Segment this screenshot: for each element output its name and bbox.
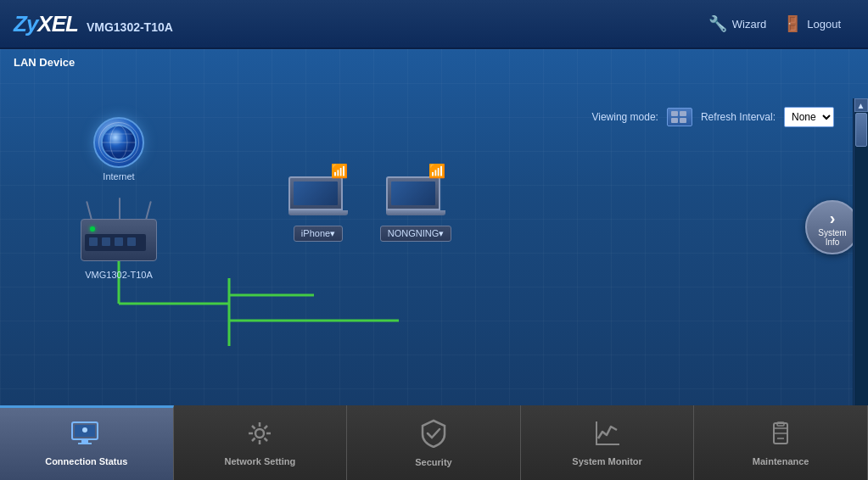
svg-point-9 bbox=[102, 126, 136, 159]
svg-rect-21 bbox=[81, 439, 88, 443]
logout-button[interactable]: 🚪 Logout bbox=[783, 14, 841, 33]
scroll-track bbox=[854, 112, 868, 405]
shield-icon-svg bbox=[421, 419, 446, 448]
svg-line-31 bbox=[265, 426, 268, 429]
logo-xel: XEL bbox=[37, 11, 78, 36]
toolbar: LAN Device bbox=[0, 49, 868, 75]
antenna-right bbox=[145, 201, 152, 220]
svg-rect-34 bbox=[596, 421, 597, 445]
system-monitor-icon bbox=[594, 420, 621, 453]
view-grid-icon bbox=[671, 111, 688, 123]
svg-rect-1 bbox=[680, 111, 686, 116]
logout-icon: 🚪 bbox=[783, 14, 802, 33]
tab-connection-status-label: Connection Status bbox=[45, 456, 127, 466]
view-mode-button[interactable] bbox=[667, 108, 692, 126]
tab-security-label: Security bbox=[415, 457, 451, 467]
lan-device-label: LAN Device bbox=[14, 56, 75, 69]
svg-line-29 bbox=[252, 426, 255, 429]
globe-icon bbox=[93, 117, 144, 168]
wifi-signal-icon: 📶 bbox=[331, 163, 348, 179]
svg-point-10 bbox=[110, 126, 127, 159]
wizard-label: Wizard bbox=[732, 18, 766, 31]
laptop-iphone-node: 📶 iPhone▾ bbox=[280, 176, 356, 242]
model-name: VMG1302-T10A bbox=[87, 20, 173, 34]
laptop-nongning-node: 📶 NONGNING▾ bbox=[373, 176, 458, 242]
maintenance-icon bbox=[767, 420, 794, 453]
screen-inner-2 bbox=[391, 181, 435, 205]
logout-label: Logout bbox=[807, 18, 841, 31]
gear-icon-svg bbox=[246, 420, 273, 447]
tab-security[interactable]: Security bbox=[347, 405, 521, 480]
laptop-base-2 bbox=[386, 210, 445, 215]
router-node: VMG1302-T10A bbox=[76, 219, 161, 280]
svg-rect-33 bbox=[596, 444, 619, 445]
svg-rect-17 bbox=[115, 237, 123, 246]
network-diagram: Internet VMG1302-T10A bbox=[34, 100, 628, 380]
laptop-base bbox=[288, 210, 348, 215]
logo-area: ZyXEL VMG1302-T10A bbox=[14, 11, 173, 37]
wifi-signal-icon-2: 📶 bbox=[428, 163, 445, 179]
toolbar-right: Viewing mode: Refresh Interval: None 5s … bbox=[591, 107, 834, 127]
svg-rect-22 bbox=[78, 443, 92, 444]
router-body bbox=[81, 219, 157, 261]
svg-rect-18 bbox=[127, 237, 136, 246]
main-area: LAN Device Viewing mode: Refresh Interva… bbox=[0, 49, 868, 405]
monitor-icon-svg bbox=[71, 421, 102, 447]
svg-rect-3 bbox=[680, 118, 686, 123]
scroll-thumb[interactable] bbox=[855, 113, 867, 147]
svg-rect-0 bbox=[671, 111, 678, 116]
bottom-tabs: Connection Status Network Setting bbox=[0, 405, 868, 480]
scroll-up-button[interactable]: ▲ bbox=[854, 98, 868, 112]
screen-inner bbox=[294, 181, 338, 205]
router-ports-svg bbox=[85, 227, 153, 257]
svg-rect-15 bbox=[89, 237, 98, 246]
svg-rect-2 bbox=[671, 118, 678, 123]
system-info-label: SystemInfo bbox=[818, 228, 846, 247]
refresh-interval-select[interactable]: None 5s 10s 30s 60s bbox=[784, 107, 834, 127]
chart-icon-svg bbox=[594, 420, 621, 447]
antenna-left bbox=[86, 201, 92, 220]
laptop-nongning-icon: 📶 bbox=[386, 176, 445, 220]
connection-status-icon bbox=[71, 421, 102, 453]
logo: ZyXEL bbox=[14, 11, 78, 37]
svg-line-30 bbox=[265, 438, 268, 441]
tab-system-monitor[interactable]: System Monitor bbox=[521, 405, 695, 480]
security-icon bbox=[421, 419, 446, 454]
laptop-iphone-icon: 📶 bbox=[288, 176, 348, 220]
header-right: 🔧 Wizard 🚪 Logout bbox=[708, 14, 841, 33]
laptop-screen-2: 📶 bbox=[386, 176, 440, 210]
header: ZyXEL VMG1302-T10A 🔧 Wizard 🚪 Logout bbox=[0, 0, 868, 49]
svg-rect-16 bbox=[102, 237, 110, 246]
router-label: VMG1302-T10A bbox=[76, 270, 161, 280]
laptop-screen: 📶 bbox=[288, 176, 343, 210]
wizard-button[interactable]: 🔧 Wizard bbox=[708, 14, 766, 33]
tools-icon-svg bbox=[767, 420, 794, 447]
tab-connection-status[interactable]: Connection Status bbox=[0, 405, 174, 480]
arrow-right-icon: › bbox=[830, 209, 836, 228]
svg-line-32 bbox=[252, 438, 255, 441]
internet-label: Internet bbox=[85, 171, 153, 181]
svg-point-24 bbox=[255, 429, 264, 438]
iphone-label[interactable]: iPhone▾ bbox=[294, 226, 343, 242]
tab-system-monitor-label: System Monitor bbox=[572, 456, 642, 466]
wizard-icon: 🔧 bbox=[708, 14, 727, 33]
tab-network-setting[interactable]: Network Setting bbox=[174, 405, 348, 480]
internet-node: Internet bbox=[85, 117, 153, 181]
tab-network-setting-label: Network Setting bbox=[225, 456, 296, 466]
network-setting-icon bbox=[246, 420, 273, 453]
nongning-label[interactable]: NONGNING▾ bbox=[380, 226, 452, 242]
system-info-button[interactable]: › SystemInfo bbox=[805, 200, 860, 254]
refresh-label: Refresh Interval: bbox=[701, 111, 776, 123]
antenna-mid bbox=[119, 198, 120, 220]
tab-maintenance-label: Maintenance bbox=[753, 456, 809, 466]
svg-point-23 bbox=[82, 427, 87, 433]
tab-maintenance[interactable]: Maintenance bbox=[694, 405, 868, 480]
scrollbar: ▲ ▼ bbox=[853, 98, 868, 405]
globe-svg bbox=[100, 124, 137, 161]
logo-zy: Zy bbox=[14, 11, 37, 36]
